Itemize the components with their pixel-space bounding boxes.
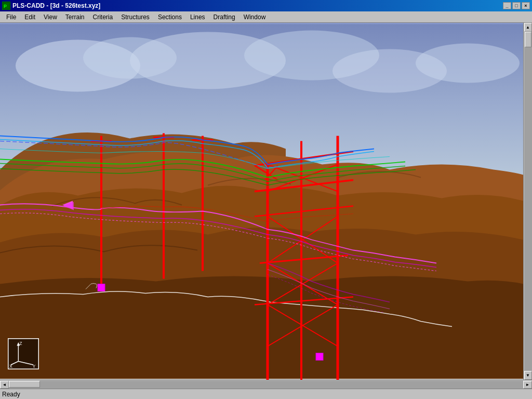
axes-indicator: Z X Y: [8, 338, 39, 369]
svg-point-9: [416, 44, 520, 83]
scroll-thumb-right[interactable]: [525, 32, 531, 47]
menu-view[interactable]: View: [39, 12, 61, 22]
app-icon: P: [2, 2, 10, 10]
window-title: PLS-CADD - [3d - 526test.xyz]: [12, 2, 100, 9]
title-left: P PLS-CADD - [3d - 526test.xyz]: [2, 2, 100, 10]
scene-canvas[interactable]: Z X Y: [0, 23, 523, 380]
scene-svg: [0, 23, 523, 380]
menu-criteria[interactable]: Criteria: [89, 12, 117, 22]
main-content: Z X Y ▲ ▼: [0, 23, 532, 380]
scrollbar-bottom[interactable]: ◄ ►: [0, 380, 532, 389]
scroll-thumb-bottom[interactable]: [9, 381, 40, 388]
minimize-button[interactable]: _: [503, 2, 511, 9]
close-button[interactable]: ×: [522, 2, 530, 9]
menu-terrain[interactable]: Terrain: [61, 12, 89, 22]
svg-text:P: P: [4, 4, 7, 9]
title-controls[interactable]: _ □ ×: [503, 2, 530, 9]
scrollbar-right[interactable]: ▲ ▼: [523, 23, 532, 380]
svg-rect-35: [316, 353, 323, 361]
menu-file[interactable]: File: [2, 12, 20, 22]
scroll-right-button[interactable]: ►: [523, 381, 532, 389]
menu-window[interactable]: Window: [240, 12, 270, 22]
svg-text:Z: Z: [19, 341, 22, 346]
svg-text:X: X: [9, 364, 12, 369]
scroll-track-right[interactable]: [524, 32, 532, 371]
menu-sections[interactable]: Sections: [154, 12, 186, 22]
status-bar: Ready: [0, 389, 532, 399]
status-text: Ready: [2, 391, 530, 398]
scroll-down-button[interactable]: ▼: [524, 371, 532, 380]
scroll-up-button[interactable]: ▲: [524, 23, 532, 32]
svg-rect-12: [98, 284, 105, 291]
svg-text:Y: Y: [32, 364, 35, 369]
menu-drafting[interactable]: Drafting: [209, 12, 240, 22]
menu-lines[interactable]: Lines: [186, 12, 209, 22]
menu-edit[interactable]: Edit: [20, 12, 39, 22]
scroll-track-bottom[interactable]: [9, 381, 523, 389]
menu-bar: File Edit View Terrain Criteria Structur…: [0, 11, 532, 23]
title-bar: P PLS-CADD - [3d - 526test.xyz] _ □ ×: [0, 0, 532, 11]
restore-button[interactable]: □: [512, 2, 521, 9]
menu-structures[interactable]: Structures: [117, 12, 154, 22]
scroll-left-button[interactable]: ◄: [0, 381, 9, 389]
